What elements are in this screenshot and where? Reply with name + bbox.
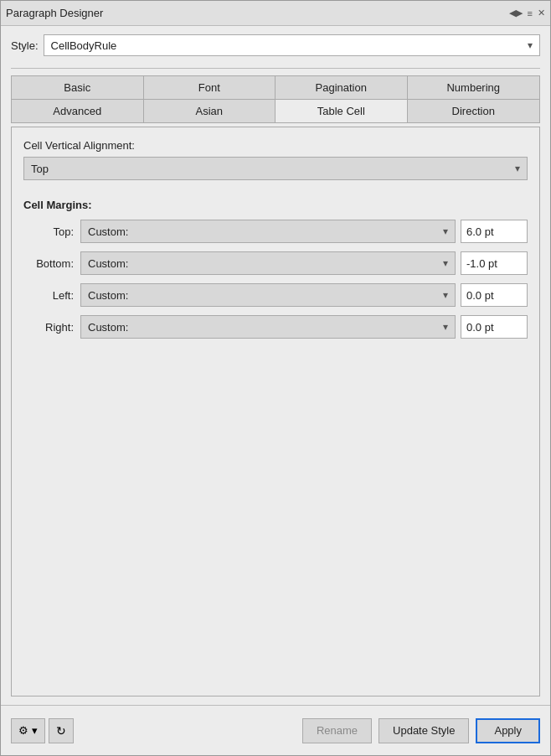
margin-top-dropdown[interactable]: Custom: ▾: [80, 220, 456, 243]
margin-bottom-dropdown-arrow: ▾: [443, 257, 448, 269]
margin-left-dropdown[interactable]: Custom: ▾: [80, 283, 456, 307]
separator: [11, 68, 540, 69]
rename-button[interactable]: Rename: [302, 718, 372, 743]
tab-table-cell[interactable]: Table Cell: [276, 100, 408, 122]
margin-row-right: Right: Custom: ▾ 0.0 pt: [23, 315, 528, 339]
margin-row-left: Left: Custom: ▾ 0.0 pt: [23, 283, 528, 307]
cell-vertical-alignment-dropdown[interactable]: Top ▾: [23, 157, 528, 180]
margin-left-dropdown-text: Custom:: [88, 289, 443, 302]
style-dropdown-arrow: ▾: [528, 39, 533, 51]
margin-top-dropdown-text: Custom:: [88, 225, 443, 238]
tabs-row-1: Basic Font Pagination Numbering: [12, 76, 539, 100]
margin-left-label: Left:: [23, 289, 74, 302]
tab-numbering[interactable]: Numbering: [408, 76, 540, 99]
cell-vertical-alignment-value: Top: [31, 163, 515, 175]
margin-right-dropdown[interactable]: Custom: ▾: [80, 315, 456, 339]
margin-row-top: Top: Custom: ▾ 6.0 pt: [23, 220, 528, 243]
margin-right-dropdown-text: Custom:: [88, 321, 443, 334]
margin-top-label: Top:: [23, 225, 74, 238]
gear-icon: ⚙: [18, 724, 28, 737]
margin-left-value[interactable]: 0.0 pt: [461, 283, 528, 307]
margin-bottom-dropdown-text: Custom:: [88, 257, 443, 270]
margin-right-label: Right:: [23, 321, 74, 334]
style-dropdown[interactable]: CellBodyRule ▾: [44, 34, 540, 56]
margin-left-dropdown-arrow: ▾: [443, 289, 448, 301]
refresh-icon: ↻: [56, 724, 66, 738]
title-bar-left: Paragraph Designer: [6, 7, 103, 19]
title-bar-right: ◀▶ ≡ ✕: [509, 8, 545, 18]
cell-vertical-alignment-label: Cell Vertical Alignment:: [23, 139, 528, 152]
cell-margins-label: Cell Margins:: [23, 199, 528, 211]
tab-asian[interactable]: Asian: [144, 100, 276, 122]
style-dropdown-value: CellBodyRule: [51, 39, 528, 52]
margin-bottom-label: Bottom:: [23, 257, 74, 270]
content-area: Style: CellBodyRule ▾ Basic Font Paginat…: [1, 26, 550, 705]
gear-button[interactable]: ⚙ ▾: [11, 718, 45, 743]
margin-row-bottom: Bottom: Custom: ▾ -1.0 pt: [23, 251, 528, 275]
tabs-section: Basic Font Pagination Numbering Advanced…: [11, 75, 540, 123]
cell-vertical-alignment-arrow: ▾: [515, 163, 520, 174]
footer: ⚙ ▾ ↻ Rename Update Style Apply: [1, 705, 550, 755]
close-icon[interactable]: ✕: [538, 8, 545, 18]
margin-top-value[interactable]: 6.0 pt: [461, 220, 528, 243]
gear-arrow-icon: ▾: [32, 724, 38, 737]
style-row: Style: CellBodyRule ▾: [11, 34, 540, 56]
margin-right-dropdown-arrow: ▾: [443, 321, 448, 333]
window-title: Paragraph Designer: [6, 7, 103, 19]
tab-direction[interactable]: Direction: [408, 100, 540, 122]
margin-right-value[interactable]: 0.0 pt: [461, 315, 528, 339]
cell-margins-section: Cell Margins: Top: Custom: ▾ 6.0 pt Bott…: [23, 199, 528, 347]
paragraph-designer-window: Paragraph Designer ◀▶ ≡ ✕ Style: CellBod…: [0, 0, 551, 756]
menu-icon[interactable]: ≡: [528, 8, 533, 18]
tabs-row-2: Advanced Asian Table Cell Direction: [12, 100, 539, 122]
margin-top-dropdown-arrow: ▾: [443, 225, 448, 237]
main-panel: Cell Vertical Alignment: Top ▾ Cell Marg…: [11, 127, 540, 696]
apply-button[interactable]: Apply: [476, 718, 540, 743]
refresh-button[interactable]: ↻: [49, 718, 74, 743]
tab-font[interactable]: Font: [144, 76, 276, 99]
footer-left: ⚙ ▾ ↻: [11, 718, 296, 743]
margin-bottom-dropdown[interactable]: Custom: ▾: [80, 251, 456, 275]
tab-pagination[interactable]: Pagination: [276, 76, 408, 99]
resize-icon[interactable]: ◀▶: [509, 8, 523, 18]
tab-advanced[interactable]: Advanced: [12, 100, 144, 122]
title-bar: Paragraph Designer ◀▶ ≡ ✕: [1, 1, 550, 26]
cell-vertical-alignment-section: Cell Vertical Alignment: Top ▾: [23, 139, 528, 190]
margin-bottom-value[interactable]: -1.0 pt: [461, 251, 528, 275]
style-label: Style:: [11, 39, 39, 52]
update-style-button[interactable]: Update Style: [378, 718, 469, 743]
tab-basic[interactable]: Basic: [12, 76, 144, 99]
